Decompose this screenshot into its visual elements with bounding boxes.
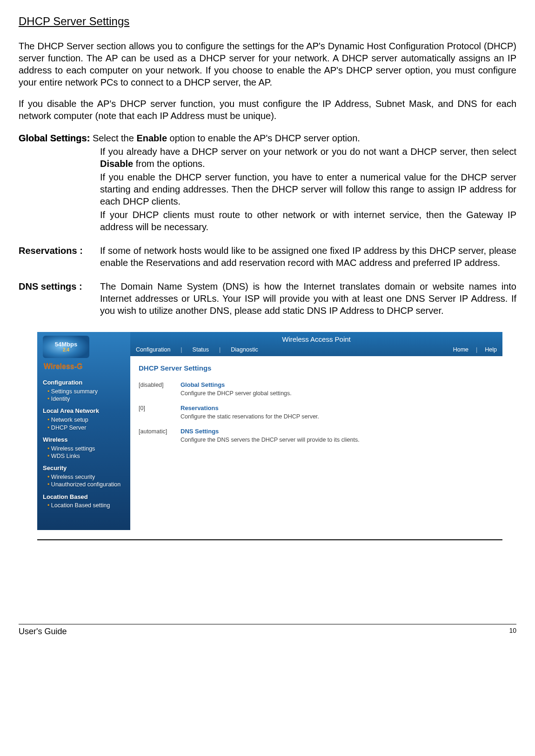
sb-head-location: Location Based <box>43 493 130 501</box>
status-reservations: [0] <box>139 405 181 420</box>
sb-head-security: Security <box>43 464 130 472</box>
desc-dns-settings: Configure the DNS servers the DHCP serve… <box>181 436 360 444</box>
footer-page-number: 10 <box>509 626 516 637</box>
sidebar-item-wds-links[interactable]: WDS Links <box>43 452 130 460</box>
sidebar-item-network-setup[interactable]: Network setup <box>43 416 130 424</box>
gs-disable: Disable <box>100 159 133 169</box>
nav-help[interactable]: Help <box>485 346 497 353</box>
dns-settings-block: DNS settings : The Domain Name System (D… <box>19 280 516 318</box>
nav-diagnostic[interactable]: Diagnostic <box>231 346 258 353</box>
desc-reservations: Configure the static reservations for th… <box>181 413 319 420</box>
logo-mbps: 54Mbps <box>55 341 77 348</box>
nav-divider: | <box>181 346 182 353</box>
sb-head-lan: Local Area Network <box>43 407 130 415</box>
reservations-text: If some of network hosts would like to b… <box>100 245 516 269</box>
sb-head-config: Configuration <box>43 379 130 387</box>
sidebar-item-wireless-security[interactable]: Wireless security <box>43 473 130 481</box>
desc-global-settings: Configure the DHCP server global setting… <box>181 390 292 397</box>
logo-area: 54Mbps 2.4 <box>37 332 130 360</box>
link-dns-settings[interactable]: DNS Settings <box>181 428 360 436</box>
gs-p4: If your DHCP clients must route to other… <box>100 209 516 233</box>
sidebar-item-settings-summary[interactable]: Settings summary <box>43 388 130 395</box>
sidebar-item-wireless-settings[interactable]: Wireless settings <box>43 445 130 452</box>
dns-settings-text: The Domain Name System (DNS) is how the … <box>100 280 516 317</box>
gs-text-lead: Select the <box>93 133 137 143</box>
intro-para-2: If you disable the AP's DHCP server func… <box>19 98 516 122</box>
gs-text-lead2: option to enable the AP's DHCP server op… <box>167 133 360 143</box>
ap-row-reservations: [0] Reservations Configure the static re… <box>139 405 494 420</box>
sidebar-item-unauth-config[interactable]: Unauthorized configuration <box>43 481 130 488</box>
ap-title: Wireless Access Point <box>282 332 351 346</box>
dns-settings-label: DNS settings : <box>19 280 100 318</box>
logo-ghz: 2.4 <box>63 348 69 353</box>
embedded-screenshot: 54Mbps 2.4 Wireless-G Configuration Sett… <box>37 332 502 530</box>
sidebar-item-dhcp-server[interactable]: DHCP Server <box>43 424 130 431</box>
ap-main: Wireless Access Point Configuration | St… <box>130 332 502 530</box>
sb-head-wireless: Wireless <box>43 436 130 444</box>
gs-p2a: If you already have a DHCP server on you… <box>100 146 516 157</box>
wireless-g-label: Wireless-G <box>37 360 130 376</box>
logo-icon: 54Mbps 2.4 <box>43 336 89 358</box>
link-reservations[interactable]: Reservations <box>181 405 319 412</box>
reservations-block: Reservations : If some of network hosts … <box>19 245 516 270</box>
nav-home[interactable]: Home <box>453 346 468 353</box>
page-footer: User's Guide 10 <box>19 624 516 637</box>
status-dns: [automatic] <box>139 428 181 444</box>
gs-p2b: from the options. <box>133 159 205 169</box>
nav-divider: | <box>476 346 477 353</box>
global-settings-label-inline: Global Settings: <box>19 133 90 143</box>
sidebar-item-identity[interactable]: Identity <box>43 395 130 403</box>
section-title: DHCP Server Settings <box>19 14 516 28</box>
ap-row-dns: [automatic] DNS Settings Configure the D… <box>139 428 494 444</box>
sidebar-item-location-setting[interactable]: Location Based setting <box>43 502 130 509</box>
reservations-label: Reservations : <box>19 245 100 270</box>
image-bottom-line <box>37 539 502 540</box>
gs-enable: Enable <box>136 133 167 143</box>
global-settings-block: Global Settings: Global Settings: Select… <box>19 132 516 234</box>
ap-row-global: [disabled] Global Settings Configure the… <box>139 381 494 397</box>
footer-left: User's Guide <box>19 626 67 637</box>
ap-heading: DHCP Server Settings <box>139 364 494 373</box>
ap-topbar: Wireless Access Point Configuration | St… <box>130 332 502 356</box>
link-global-settings[interactable]: Global Settings <box>181 381 292 389</box>
nav-divider: | <box>219 346 221 353</box>
ap-sidebar: 54Mbps 2.4 Wireless-G Configuration Sett… <box>37 332 130 530</box>
intro-para-1: The DHCP Server section allows you to co… <box>19 40 516 88</box>
status-global: [disabled] <box>139 381 181 397</box>
nav-status[interactable]: Status <box>193 346 209 353</box>
gs-p3: If you enable the DHCP server function, … <box>100 171 516 207</box>
nav-configuration[interactable]: Configuration <box>136 346 170 353</box>
